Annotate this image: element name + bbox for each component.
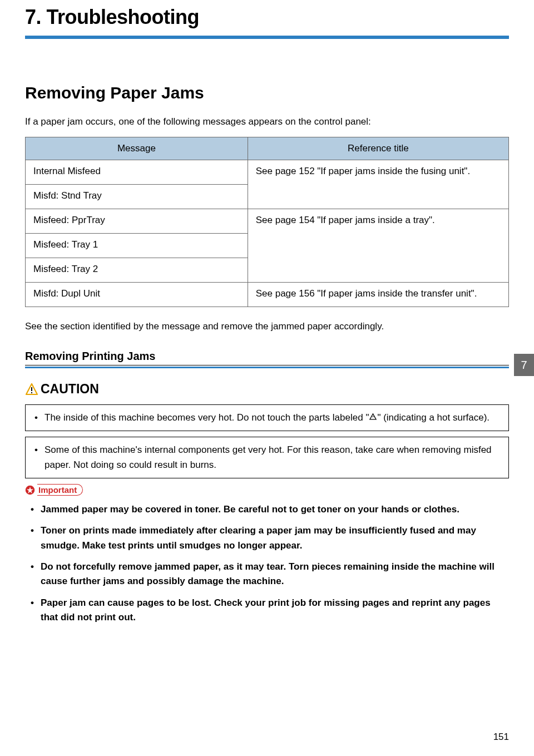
caution-label: CAUTION xyxy=(25,382,509,397)
table-row: Internal Misfeed See page 152 "If paper … xyxy=(26,160,509,184)
important-list: Jammed paper may be covered in toner. Be… xyxy=(25,502,509,625)
caution-triangle-icon xyxy=(25,383,38,396)
subsection-title: Removing Printing Jams xyxy=(25,350,509,365)
table-row: Misfd: Dupl Unit See page 156 "If paper … xyxy=(26,282,509,307)
important-label: Important xyxy=(25,484,509,496)
table-header-message: Message xyxy=(26,137,248,160)
important-item: Jammed paper may be covered in toner. Be… xyxy=(25,502,509,517)
hot-surface-icon xyxy=(369,413,377,421)
caution-box: Some of this machine's internal componen… xyxy=(25,437,509,478)
svg-rect-1 xyxy=(31,392,32,393)
caution-box: The inside of this machine becomes very … xyxy=(25,404,509,431)
table-header-reference: Reference title xyxy=(248,137,508,160)
important-item: Toner on prints made immediately after c… xyxy=(25,523,509,553)
svg-rect-0 xyxy=(31,387,32,391)
subsection-rule xyxy=(25,367,509,368)
table-cell-ref: See page 154 "If paper jams inside a tra… xyxy=(248,209,508,282)
important-item: Do not forcefully remove jammed paper, a… xyxy=(25,560,509,589)
intro-paragraph: If a paper jam occurs, one of the follow… xyxy=(25,115,509,129)
table-cell-msg: Misfeed: Tray 2 xyxy=(26,258,248,282)
caution-label-text: CAUTION xyxy=(41,382,99,397)
message-table: Message Reference title Internal Misfeed… xyxy=(25,137,509,307)
table-cell-ref: See page 156 "If paper jams inside the t… xyxy=(248,282,508,307)
important-star-icon xyxy=(25,485,35,495)
caution-item: Some of this machine's internal componen… xyxy=(29,443,502,472)
chapter-rule xyxy=(25,36,509,39)
table-cell-ref: See page 152 "If paper jams inside the f… xyxy=(248,160,508,209)
table-cell-msg: Misfeed: Tray 1 xyxy=(26,233,248,258)
chapter-tab: 7 xyxy=(514,354,534,376)
important-label-text: Important xyxy=(37,484,83,496)
table-cell-msg: Misfd: Dupl Unit xyxy=(26,282,248,307)
caution-text-post: " (indicating a hot surface). xyxy=(377,412,490,423)
page-number: 151 xyxy=(493,732,509,743)
table-cell-msg: Internal Misfeed xyxy=(26,160,248,184)
section-title: Removing Paper Jams xyxy=(25,83,509,102)
table-cell-msg: Misfeed: PprTray xyxy=(26,209,248,233)
important-item: Paper jam can cause pages to be lost. Ch… xyxy=(25,596,509,625)
table-cell-msg: Misfd: Stnd Tray xyxy=(26,184,248,209)
caution-item: The inside of this machine becomes very … xyxy=(29,411,502,425)
caution-text-pre: The inside of this machine becomes very … xyxy=(44,412,369,423)
chapter-title: 7. Troubleshooting xyxy=(25,6,509,29)
table-row: Misfeed: PprTray See page 154 "If paper … xyxy=(26,209,509,233)
after-table-paragraph: See the section identified by the messag… xyxy=(25,319,509,334)
